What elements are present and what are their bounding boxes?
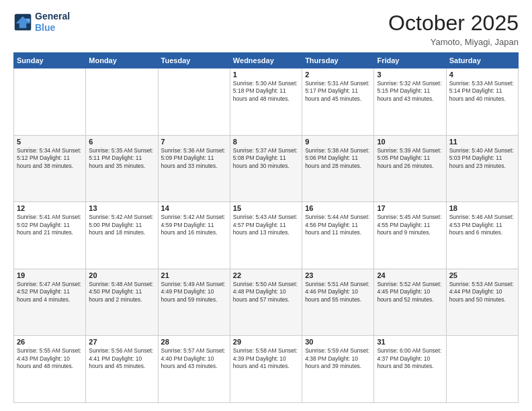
logo-line2: Blue: [35, 22, 70, 34]
day-number: 23: [305, 271, 371, 279]
table-row: 7Sunrise: 5:36 AM Sunset: 5:09 PM Daylig…: [158, 135, 230, 202]
location: Yamoto, Miyagi, Japan: [388, 37, 519, 47]
day-number: 14: [161, 204, 227, 212]
table-row: 25Sunrise: 5:53 AM Sunset: 4:44 PM Dayli…: [446, 269, 518, 336]
table-row: 6Sunrise: 5:35 AM Sunset: 5:11 PM Daylig…: [86, 135, 158, 202]
day-info: Sunrise: 5:31 AM Sunset: 5:17 PM Dayligh…: [305, 80, 371, 103]
table-row: 2Sunrise: 5:31 AM Sunset: 5:17 PM Daylig…: [302, 68, 374, 136]
day-number: 19: [17, 271, 83, 279]
day-number: 7: [161, 138, 227, 146]
title-block: October 2025 Yamoto, Miyagi, Japan: [388, 11, 519, 47]
day-info: Sunrise: 5:59 AM Sunset: 4:38 PM Dayligh…: [305, 347, 371, 370]
day-number: 6: [89, 138, 154, 146]
col-saturday: Saturday: [446, 53, 518, 68]
day-info: Sunrise: 5:36 AM Sunset: 5:09 PM Dayligh…: [161, 147, 227, 170]
day-info: Sunrise: 5:43 AM Sunset: 4:57 PM Dayligh…: [233, 214, 299, 236]
table-row: 16Sunrise: 5:44 AM Sunset: 4:56 PM Dayli…: [302, 202, 374, 269]
header: General Blue October 2025 Yamoto, Miyagi…: [13, 11, 519, 47]
table-row: 20Sunrise: 5:48 AM Sunset: 4:50 PM Dayli…: [86, 269, 158, 336]
day-number: 16: [305, 204, 371, 212]
day-number: 5: [17, 138, 83, 146]
table-row: 19Sunrise: 5:47 AM Sunset: 4:52 PM Dayli…: [14, 269, 86, 336]
day-info: Sunrise: 5:57 AM Sunset: 4:40 PM Dayligh…: [161, 347, 227, 370]
day-number: 15: [233, 204, 299, 212]
day-info: Sunrise: 5:30 AM Sunset: 5:18 PM Dayligh…: [233, 80, 299, 103]
day-info: Sunrise: 5:39 AM Sunset: 5:05 PM Dayligh…: [377, 147, 443, 170]
table-row: 18Sunrise: 5:46 AM Sunset: 4:53 PM Dayli…: [446, 202, 518, 269]
day-number: 1: [233, 71, 299, 79]
day-info: Sunrise: 5:53 AM Sunset: 4:44 PM Dayligh…: [449, 281, 515, 304]
day-number: 11: [449, 138, 515, 146]
day-info: Sunrise: 5:49 AM Sunset: 4:49 PM Dayligh…: [161, 281, 227, 304]
col-friday: Friday: [374, 53, 446, 68]
table-row: 1Sunrise: 5:30 AM Sunset: 5:18 PM Daylig…: [230, 68, 302, 136]
day-number: 22: [233, 271, 299, 279]
day-info: Sunrise: 5:46 AM Sunset: 4:53 PM Dayligh…: [449, 214, 515, 236]
day-info: Sunrise: 5:35 AM Sunset: 5:11 PM Dayligh…: [89, 147, 154, 170]
day-number: 29: [233, 338, 299, 346]
col-thursday: Thursday: [302, 53, 374, 68]
day-number: 17: [377, 204, 443, 212]
day-number: 21: [161, 271, 227, 279]
table-row: [14, 68, 86, 136]
day-info: Sunrise: 5:58 AM Sunset: 4:39 PM Dayligh…: [233, 347, 299, 370]
day-number: 13: [89, 204, 154, 212]
table-row: 3Sunrise: 5:32 AM Sunset: 5:15 PM Daylig…: [374, 68, 446, 136]
table-row: 5Sunrise: 5:34 AM Sunset: 5:12 PM Daylig…: [14, 135, 86, 202]
table-row: 27Sunrise: 5:56 AM Sunset: 4:41 PM Dayli…: [86, 336, 158, 403]
logo-text: General Blue: [35, 11, 70, 34]
day-info: Sunrise: 5:42 AM Sunset: 5:00 PM Dayligh…: [89, 214, 154, 236]
day-number: 31: [377, 338, 443, 346]
table-row: 23Sunrise: 5:51 AM Sunset: 4:46 PM Dayli…: [302, 269, 374, 336]
page: General Blue October 2025 Yamoto, Miyagi…: [0, 0, 532, 411]
day-number: 24: [377, 271, 443, 279]
day-number: 30: [305, 338, 371, 346]
day-info: Sunrise: 5:56 AM Sunset: 4:41 PM Dayligh…: [89, 347, 154, 370]
calendar-table: Sunday Monday Tuesday Wednesday Thursday…: [13, 52, 519, 403]
table-row: 17Sunrise: 5:45 AM Sunset: 4:55 PM Dayli…: [374, 202, 446, 269]
table-row: 9Sunrise: 5:38 AM Sunset: 5:06 PM Daylig…: [302, 135, 374, 202]
table-row: 21Sunrise: 5:49 AM Sunset: 4:49 PM Dayli…: [158, 269, 230, 336]
day-info: Sunrise: 5:42 AM Sunset: 4:59 PM Dayligh…: [161, 214, 227, 236]
table-row: 13Sunrise: 5:42 AM Sunset: 5:00 PM Dayli…: [86, 202, 158, 269]
calendar-week-row: 1Sunrise: 5:30 AM Sunset: 5:18 PM Daylig…: [14, 68, 519, 136]
day-info: Sunrise: 5:51 AM Sunset: 4:46 PM Dayligh…: [305, 281, 371, 304]
day-info: Sunrise: 5:33 AM Sunset: 5:14 PM Dayligh…: [449, 80, 515, 103]
calendar-week-row: 19Sunrise: 5:47 AM Sunset: 4:52 PM Dayli…: [14, 269, 519, 336]
month-title: October 2025: [388, 11, 519, 36]
table-row: 10Sunrise: 5:39 AM Sunset: 5:05 PM Dayli…: [374, 135, 446, 202]
table-row: 8Sunrise: 5:37 AM Sunset: 5:08 PM Daylig…: [230, 135, 302, 202]
day-number: 12: [17, 204, 83, 212]
day-info: Sunrise: 5:55 AM Sunset: 4:43 PM Dayligh…: [17, 347, 83, 370]
logo-line1: General: [35, 11, 70, 22]
col-wednesday: Wednesday: [230, 53, 302, 68]
table-row: 28Sunrise: 5:57 AM Sunset: 4:40 PM Dayli…: [158, 336, 230, 403]
table-row: [446, 336, 518, 403]
day-info: Sunrise: 5:50 AM Sunset: 4:48 PM Dayligh…: [233, 281, 299, 304]
calendar-week-row: 12Sunrise: 5:41 AM Sunset: 5:02 PM Dayli…: [14, 202, 519, 269]
table-row: 11Sunrise: 5:40 AM Sunset: 5:03 PM Dayli…: [446, 135, 518, 202]
day-info: Sunrise: 6:00 AM Sunset: 4:37 PM Dayligh…: [377, 347, 443, 370]
table-row: 14Sunrise: 5:42 AM Sunset: 4:59 PM Dayli…: [158, 202, 230, 269]
day-info: Sunrise: 5:48 AM Sunset: 4:50 PM Dayligh…: [89, 281, 154, 304]
table-row: 30Sunrise: 5:59 AM Sunset: 4:38 PM Dayli…: [302, 336, 374, 403]
table-row: 29Sunrise: 5:58 AM Sunset: 4:39 PM Dayli…: [230, 336, 302, 403]
day-info: Sunrise: 5:38 AM Sunset: 5:06 PM Dayligh…: [305, 147, 371, 170]
table-row: 26Sunrise: 5:55 AM Sunset: 4:43 PM Dayli…: [14, 336, 86, 403]
day-info: Sunrise: 5:40 AM Sunset: 5:03 PM Dayligh…: [449, 147, 515, 170]
day-info: Sunrise: 5:37 AM Sunset: 5:08 PM Dayligh…: [233, 147, 299, 170]
table-row: 22Sunrise: 5:50 AM Sunset: 4:48 PM Dayli…: [230, 269, 302, 336]
table-row: 12Sunrise: 5:41 AM Sunset: 5:02 PM Dayli…: [14, 202, 86, 269]
col-tuesday: Tuesday: [158, 53, 230, 68]
day-number: 2: [305, 71, 371, 79]
table-row: 4Sunrise: 5:33 AM Sunset: 5:14 PM Daylig…: [446, 68, 518, 136]
day-number: 8: [233, 138, 299, 146]
day-number: 3: [377, 71, 443, 79]
day-info: Sunrise: 5:45 AM Sunset: 4:55 PM Dayligh…: [377, 214, 443, 236]
calendar-week-row: 5Sunrise: 5:34 AM Sunset: 5:12 PM Daylig…: [14, 135, 519, 202]
day-number: 20: [89, 271, 154, 279]
day-info: Sunrise: 5:47 AM Sunset: 4:52 PM Dayligh…: [17, 281, 83, 304]
day-number: 25: [449, 271, 515, 279]
table-row: 24Sunrise: 5:52 AM Sunset: 4:45 PM Dayli…: [374, 269, 446, 336]
day-number: 4: [449, 71, 515, 79]
